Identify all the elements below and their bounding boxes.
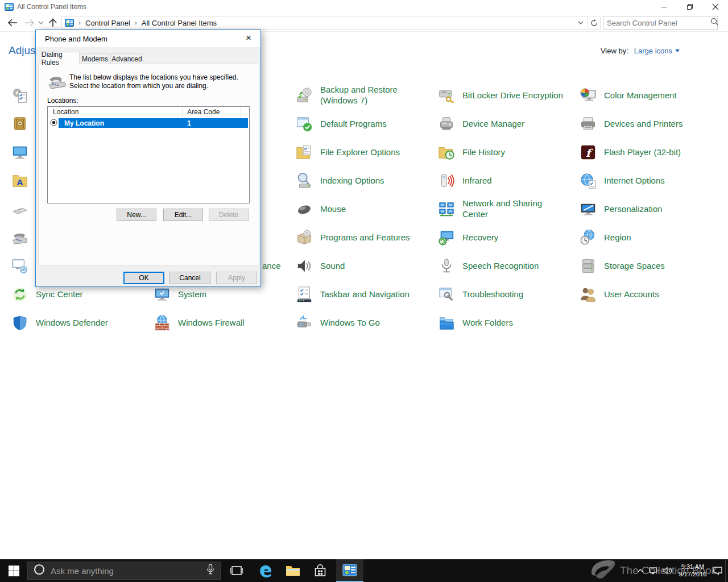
item-windows-to-go[interactable]: Windows To Go	[296, 309, 380, 337]
item-work-folders[interactable]: Work Folders	[438, 309, 513, 337]
window-titlebar[interactable]: All Control Panel Items	[0, 0, 728, 14]
item-file-history[interactable]: File History	[438, 138, 505, 167]
indexing-options-icon	[296, 172, 313, 189]
cortana-search-box[interactable]	[27, 562, 221, 580]
column-location[interactable]: Location	[53, 108, 78, 116]
item-file-explorer-options[interactable]: File Explorer Options	[296, 138, 400, 167]
item-indexing-options[interactable]: Indexing Options	[296, 167, 384, 195]
column-area-code[interactable]: Area Code	[187, 108, 220, 116]
item-display[interactable]	[11, 138, 28, 167]
item-windows-firewall[interactable]: Windows Firewall	[154, 309, 245, 337]
item-partial-label[interactable]: ance	[262, 252, 281, 280]
cortana-search-input[interactable]	[49, 566, 206, 576]
refresh-icon[interactable]	[588, 16, 600, 29]
item-devices-and-printers[interactable]: Devices and Printers	[580, 110, 682, 138]
item-programs-and-features[interactable]: Programs and Features	[296, 223, 410, 252]
item-flash-player[interactable]: fFlash Player (32-bit)	[580, 138, 681, 167]
breadcrumb-control-panel[interactable]: Control Panel	[85, 19, 130, 27]
breadcrumb-all-items[interactable]: All Control Panel Items	[142, 19, 217, 27]
item-label: Infrared	[462, 176, 492, 186]
item-label: File Explorer Options	[320, 147, 400, 158]
item-fonts[interactable]: A	[11, 167, 28, 195]
file-explorer-icon[interactable]	[279, 559, 307, 582]
item-administrative-tools[interactable]	[11, 81, 28, 110]
item-region[interactable]: Region	[580, 223, 631, 252]
item-storage-spaces[interactable]: Storage Spaces	[580, 252, 665, 280]
item-troubleshooting[interactable]: Troubleshooting	[438, 280, 523, 309]
forward-button[interactable]	[23, 14, 36, 32]
item-default-programs[interactable]: Default Programs	[296, 110, 387, 138]
item-device-manager[interactable]: Device Manager	[438, 110, 524, 138]
item-backup-and-restore[interactable]: Backup and Restore (Windows 7)	[296, 81, 398, 110]
dialog-title: Phone and Modem	[45, 35, 107, 43]
edit-button[interactable]: Edit...	[163, 209, 203, 221]
search-icon[interactable]	[710, 18, 718, 28]
item-keyboard[interactable]	[11, 195, 28, 223]
item-sound[interactable]: Sound	[296, 252, 345, 280]
item-taskbar-and-navigation[interactable]: Taskbar and Navigation	[296, 280, 410, 309]
default-programs-icon	[296, 115, 313, 132]
store-icon[interactable]	[307, 559, 334, 582]
locations-listbox[interactable]: Location Area Code My Location 1	[47, 106, 250, 203]
back-button[interactable]	[6, 14, 19, 32]
item-label: Color Management	[604, 90, 677, 101]
item-label: Storage Spaces	[604, 261, 665, 272]
item-label: Indexing Options	[320, 176, 384, 186]
tray-volume-icon[interactable]	[661, 559, 675, 582]
item-speech-recognition[interactable]: Speech Recognition	[438, 252, 539, 280]
item-infrared[interactable]: Infrared	[438, 167, 492, 195]
tray-chevron-up-icon[interactable]	[634, 559, 647, 582]
item-windows-defender[interactable]: Windows Defender	[11, 309, 108, 337]
minimize-button[interactable]	[651, 0, 677, 14]
tab-modems[interactable]: Modems	[81, 53, 109, 65]
item-credential-manager[interactable]	[11, 110, 28, 138]
item-label: ance	[262, 261, 281, 272]
item-bitlocker[interactable]: BitLocker Drive Encryption	[438, 81, 563, 110]
search-box[interactable]	[603, 16, 718, 30]
column-divider[interactable]	[241, 107, 241, 117]
control-panel-taskbar-button[interactable]	[336, 559, 363, 582]
edge-browser-icon[interactable]	[252, 559, 279, 582]
item-internet-options[interactable]: Internet Options	[580, 167, 665, 195]
cancel-button[interactable]: Cancel	[169, 272, 210, 284]
dialog-titlebar[interactable]: Phone and Modem ×	[36, 30, 260, 47]
action-center-icon[interactable]	[711, 559, 725, 582]
start-button[interactable]	[0, 559, 27, 582]
tab-advanced[interactable]: Advanced	[110, 53, 143, 65]
item-network-sharing[interactable]: Network and Sharing Center	[438, 195, 542, 223]
microphone-icon[interactable]	[206, 564, 214, 577]
address-bar[interactable]: › Control Panel › All Control Panel Item…	[61, 16, 601, 30]
task-view-button[interactable]	[223, 559, 250, 582]
view-by-caret-icon[interactable]	[675, 49, 680, 52]
dialog-close-icon[interactable]: ×	[240, 31, 257, 45]
telephone-icon	[47, 71, 67, 92]
keyboard-icon	[11, 201, 28, 218]
item-label: Troubleshooting	[462, 289, 523, 300]
item-remoteapp-connections[interactable]	[11, 252, 28, 280]
item-color-management[interactable]: Color Management	[580, 81, 677, 110]
dialog-instruction-text: The list below displays the locations yo…	[69, 73, 254, 90]
close-button[interactable]	[702, 0, 728, 14]
new-button[interactable]: New...	[117, 209, 156, 221]
view-by-value-link[interactable]: Large icons	[634, 47, 672, 55]
ok-button[interactable]: OK	[123, 272, 164, 284]
show-desktop-button[interactable]	[725, 559, 728, 582]
item-label: Mouse	[320, 204, 346, 215]
item-user-accounts[interactable]: User Accounts	[580, 280, 659, 309]
desktop-screen: All Control Panel Items › Control Panel …	[0, 0, 728, 582]
tray-clock[interactable]: 9:31 AM 9/17/2016	[675, 563, 711, 578]
tray-network-icon[interactable]	[647, 559, 661, 582]
item-mouse[interactable]: Mouse	[296, 195, 346, 223]
search-input[interactable]	[603, 19, 710, 27]
column-divider[interactable]	[182, 107, 183, 117]
item-label: BitLocker Drive Encryption	[462, 90, 563, 101]
item-phone-and-modem[interactable]	[11, 223, 28, 252]
delete-button: Delete	[209, 209, 249, 221]
location-row-selected[interactable]: My Location 1	[59, 118, 248, 128]
item-personalization[interactable]: Personalization	[580, 195, 663, 223]
item-recovery[interactable]: Recovery	[438, 223, 498, 252]
tab-dialing-rules[interactable]: Dialing Rules	[41, 52, 80, 65]
radio-selected-icon[interactable]	[50, 118, 57, 126]
address-dropdown-chevron[interactable]	[574, 16, 587, 29]
restore-button[interactable]	[677, 0, 702, 14]
